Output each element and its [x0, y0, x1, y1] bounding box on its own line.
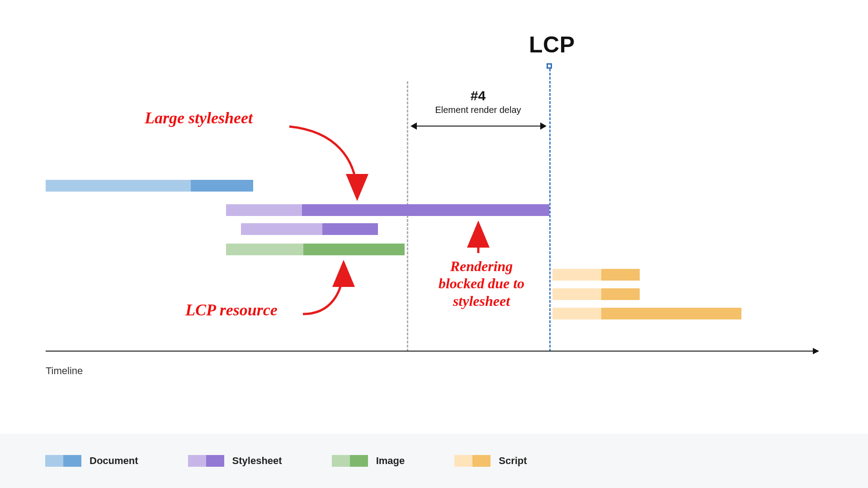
legend-label-script: Script — [499, 455, 527, 467]
diagram-stage: LCP #4 Element render delay Timeline Lar… — [0, 0, 868, 488]
legend-item-stylesheet: Stylesheet — [188, 455, 282, 467]
legend-swatch-stylesheet — [188, 455, 224, 467]
legend: Document Stylesheet Image Script — [0, 434, 868, 488]
legend-swatch-script — [454, 455, 491, 467]
legend-item-script: Script — [454, 455, 527, 467]
legend-swatch-image — [332, 455, 368, 467]
legend-item-image: Image — [332, 455, 405, 467]
legend-label-stylesheet: Stylesheet — [232, 455, 282, 467]
legend-label-document: Document — [90, 455, 138, 467]
arrow-render-blocked — [0, 0, 868, 488]
legend-item-document: Document — [45, 455, 138, 467]
legend-label-image: Image — [376, 455, 405, 467]
legend-swatch-document — [45, 455, 81, 467]
